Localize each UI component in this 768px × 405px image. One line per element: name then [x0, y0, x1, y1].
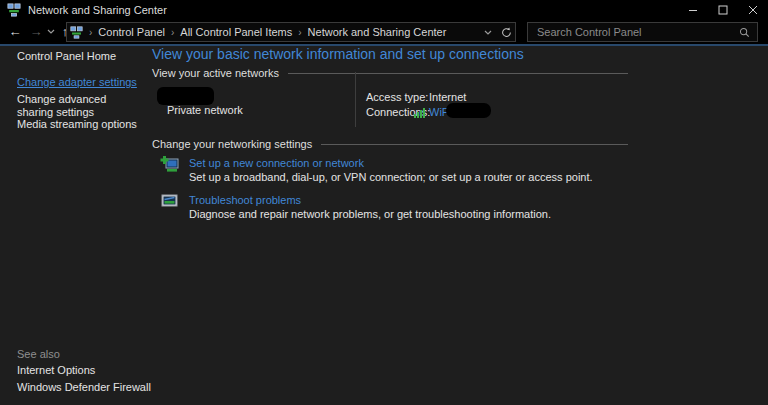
sidebar-item-change-adapter-settings[interactable]: Change adapter settings — [17, 76, 137, 89]
breadcrumb-separator: › — [89, 27, 92, 38]
refresh-button[interactable] — [497, 23, 515, 41]
search-box[interactable] — [527, 22, 758, 42]
chevron-down-icon — [47, 29, 55, 34]
wifi-signal-icon — [414, 107, 427, 118]
section-rule — [321, 144, 628, 145]
search-icon[interactable] — [739, 27, 750, 38]
chevron-down-icon — [484, 30, 492, 35]
recent-pages-button[interactable] — [45, 21, 57, 42]
window-controls — [678, 0, 768, 19]
maximize-button[interactable] — [708, 0, 738, 19]
close-button[interactable] — [738, 0, 768, 19]
section-networking-settings: Change your networking settings — [152, 138, 628, 150]
network-type-label: Private network — [167, 104, 243, 116]
setup-new-connection-description: Set up a broadband, dial-up, or VPN conn… — [189, 171, 593, 183]
back-icon: ← — [9, 24, 22, 39]
sidebar-see-also-label: See also — [17, 348, 60, 361]
access-type-value: Internet — [429, 91, 466, 103]
forward-icon: → — [30, 24, 43, 39]
network-icon — [7, 3, 21, 17]
window-title: Network and Sharing Center — [28, 4, 167, 16]
refresh-icon — [501, 27, 512, 38]
network-sharing-center-window: Network and Sharing Center ← → ↑ — [0, 0, 768, 405]
breadcrumb-separator: › — [298, 27, 301, 38]
minimize-button[interactable] — [678, 0, 708, 19]
active-network-divider — [355, 72, 356, 127]
sidebar-item-media-streaming-options[interactable]: Media streaming options — [17, 118, 137, 131]
breadcrumb-control-panel[interactable]: Control Panel — [98, 26, 165, 38]
breadcrumb-all-items[interactable]: All Control Panel Items — [180, 26, 292, 38]
back-button[interactable]: ← — [4, 21, 26, 42]
address-dropdown-button[interactable] — [479, 23, 497, 41]
section-active-networks: View your active networks — [152, 67, 628, 79]
minimize-icon — [688, 5, 698, 15]
sidebar-item-control-panel-home[interactable]: Control Panel Home — [17, 50, 116, 63]
section-label: View your active networks — [152, 67, 279, 79]
troubleshoot-icon — [160, 192, 179, 211]
close-icon — [748, 5, 758, 15]
sidebar-item-change-advanced-sharing[interactable]: Change advanced sharing settings — [17, 93, 143, 119]
sidebar-item-internet-options[interactable]: Internet Options — [17, 364, 95, 377]
forward-button[interactable]: → — [27, 21, 45, 42]
section-label: Change your networking settings — [152, 138, 312, 150]
network-icon — [70, 26, 83, 39]
new-connection-icon — [160, 155, 179, 174]
address-bar[interactable]: › Control Panel › All Control Panel Item… — [66, 22, 516, 42]
redacted-network-name — [157, 87, 214, 105]
troubleshoot-problems-link[interactable]: Troubleshoot problems — [189, 194, 301, 206]
redacted-connection-name — [446, 103, 491, 118]
setup-new-connection-link[interactable]: Set up a new connection or network — [189, 157, 364, 169]
breadcrumb-separator: › — [171, 27, 174, 38]
title-bar: Network and Sharing Center — [0, 0, 768, 19]
navigation-toolbar: ← → ↑ › Control Panel › All Control Pane… — [0, 19, 768, 44]
section-rule — [288, 73, 628, 74]
troubleshoot-problems-description: Diagnose and repair network problems, or… — [189, 208, 551, 220]
page-title: View your basic network information and … — [152, 46, 524, 62]
access-type-label: Access type: — [366, 91, 428, 103]
search-input[interactable] — [535, 25, 735, 39]
maximize-icon — [718, 5, 728, 15]
sidebar-item-windows-defender-firewall[interactable]: Windows Defender Firewall — [17, 381, 151, 394]
breadcrumb-network-sharing[interactable]: Network and Sharing Center — [308, 26, 447, 38]
